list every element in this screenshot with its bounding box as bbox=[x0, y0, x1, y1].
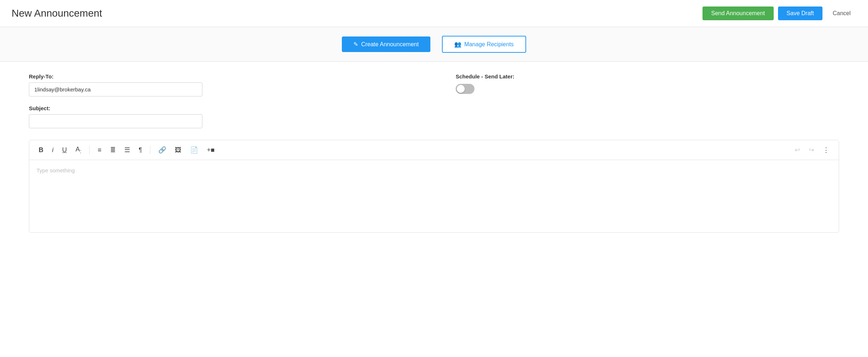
file-button[interactable]: 📄 bbox=[186, 145, 202, 155]
reply-to-input[interactable] bbox=[29, 82, 202, 96]
list-icon: ☰ bbox=[124, 147, 130, 153]
schedule-col: Schedule - Send Later: bbox=[456, 73, 839, 94]
redo-button[interactable]: ↪ bbox=[805, 144, 818, 156]
editor-placeholder: Type something bbox=[36, 167, 75, 173]
italic-button[interactable]: i bbox=[48, 145, 57, 155]
bold-icon: B bbox=[39, 147, 43, 153]
users-icon: 👥 bbox=[454, 41, 461, 48]
options-menu-icon: ⋮ bbox=[823, 147, 829, 153]
page-title: New Announcement bbox=[12, 8, 102, 19]
schedule-label: Schedule - Send Later: bbox=[456, 73, 839, 79]
underline-button[interactable]: U bbox=[59, 145, 70, 155]
options-menu-button[interactable]: ⋮ bbox=[819, 145, 833, 155]
align-center-icon: ≣ bbox=[110, 147, 116, 153]
tab-manage-recipients[interactable]: 👥 Manage Recipients bbox=[442, 36, 526, 53]
header-actions: Send Announcement Save Draft Cancel bbox=[702, 7, 856, 20]
schedule-toggle-container bbox=[456, 84, 839, 94]
editor-body[interactable]: Type something bbox=[29, 160, 839, 232]
paragraph-icon: ¶ bbox=[139, 147, 142, 153]
undo-button[interactable]: ↩ bbox=[791, 144, 804, 156]
more-icon: +​■ bbox=[207, 147, 214, 153]
redo-icon: ↪ bbox=[809, 146, 814, 154]
reply-schedule-row: Reply-To: Schedule - Send Later: bbox=[29, 73, 839, 96]
tab-area: ✎ Create Announcement 👥 Manage Recipient… bbox=[0, 27, 868, 62]
toolbar-sep-1 bbox=[89, 146, 90, 154]
undo-icon: ↩ bbox=[795, 146, 800, 154]
schedule-toggle[interactable] bbox=[456, 84, 474, 94]
create-tab-label: Create Announcement bbox=[361, 41, 418, 48]
main-content: Reply-To: Schedule - Send Later: Subject… bbox=[0, 62, 868, 244]
send-announcement-button[interactable]: Send Announcement bbox=[702, 7, 774, 20]
toggle-slider bbox=[456, 84, 474, 94]
subject-row: Subject: bbox=[29, 105, 839, 128]
list-button[interactable]: ☰ bbox=[121, 145, 134, 155]
subject-label: Subject: bbox=[29, 105, 839, 111]
link-icon: 🔗 bbox=[158, 147, 166, 153]
underline-icon: U bbox=[62, 147, 67, 153]
italic-icon: i bbox=[52, 147, 53, 153]
cancel-button[interactable]: Cancel bbox=[827, 7, 856, 20]
align-left-icon: ≡ bbox=[98, 147, 102, 153]
font-size-button[interactable]: A: bbox=[72, 144, 85, 156]
editor-toolbar: B i U A: ≡ ≣ ☰ ¶ bbox=[29, 140, 839, 160]
file-icon: 📄 bbox=[190, 147, 198, 153]
reply-to-col: Reply-To: bbox=[29, 73, 412, 96]
align-center-button[interactable]: ≣ bbox=[107, 145, 119, 155]
link-button[interactable]: 🔗 bbox=[155, 145, 170, 155]
font-size-icon: A: bbox=[76, 146, 81, 154]
toolbar-sep-2 bbox=[150, 146, 150, 154]
recipients-tab-label: Manage Recipients bbox=[464, 41, 514, 48]
edit-icon: ✎ bbox=[353, 41, 358, 48]
bold-button[interactable]: B bbox=[35, 145, 47, 155]
header: New Announcement Send Announcement Save … bbox=[0, 0, 868, 27]
image-button[interactable]: 🖼 bbox=[171, 145, 185, 155]
tab-create-announcement[interactable]: ✎ Create Announcement bbox=[342, 36, 430, 52]
subject-input[interactable] bbox=[29, 114, 202, 128]
save-draft-button[interactable]: Save Draft bbox=[778, 7, 823, 20]
editor-container: B i U A: ≡ ≣ ☰ ¶ bbox=[29, 140, 839, 233]
more-button[interactable]: +​■ bbox=[203, 145, 218, 155]
image-icon: 🖼 bbox=[175, 147, 181, 153]
align-left-button[interactable]: ≡ bbox=[94, 145, 105, 155]
paragraph-button[interactable]: ¶ bbox=[135, 145, 146, 155]
reply-to-label: Reply-To: bbox=[29, 73, 412, 79]
